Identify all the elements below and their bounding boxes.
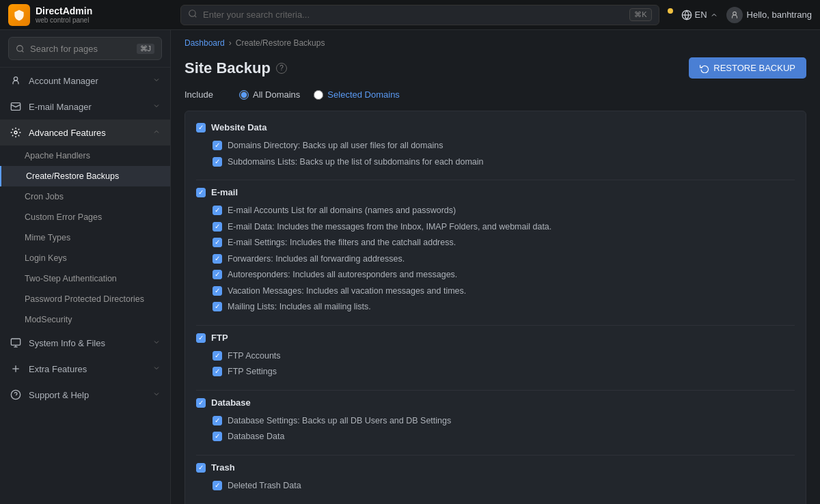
user-avatar-icon xyxy=(726,7,743,23)
autoresponders-label: Autoresponders: Includes all autorespond… xyxy=(228,269,457,281)
sidebar-item-custom-error-pages[interactable]: Custom Error Pages xyxy=(0,207,170,227)
extra-features-icon xyxy=(10,363,22,375)
svg-point-0 xyxy=(189,10,195,16)
email-label: E-mail xyxy=(211,187,238,197)
selected-domains-radio[interactable]: Selected Domains xyxy=(314,89,400,100)
sidebar-item-account-manager[interactable]: Account Manager xyxy=(0,68,170,94)
email-manager-icon xyxy=(10,100,22,113)
option-deleted-trash: Deleted Trash Data xyxy=(196,478,795,494)
vacation-messages-checkbox[interactable] xyxy=(213,286,222,296)
global-search-input[interactable] xyxy=(203,10,624,20)
user-greeting: Hello, banhtrang xyxy=(747,10,812,20)
breadcrumb-current: Create/Restore Backups xyxy=(236,38,325,48)
sidebar: Search for pages ⌘J Account Manager E-ma… xyxy=(0,30,171,504)
sidebar-item-email-manager[interactable]: E-mail Manager xyxy=(0,94,170,120)
breadcrumb-separator: › xyxy=(229,38,232,48)
option-subdomains-lists: Subdomains Lists: Backs up the list of s… xyxy=(196,154,795,171)
db-settings-checkbox[interactable] xyxy=(213,416,222,425)
globe-icon xyxy=(681,10,692,20)
option-db-data: Database Data xyxy=(196,429,795,445)
breadcrumb-home[interactable]: Dashboard xyxy=(184,38,225,48)
topbar-right: EN Hello, banhtrang xyxy=(668,7,812,23)
mailing-lists-label: Mailing Lists: Includes all mailing list… xyxy=(228,301,371,313)
sidebar-search-area: Search for pages ⌘J xyxy=(0,30,170,68)
svg-rect-10 xyxy=(11,339,20,345)
database-checkbox[interactable] xyxy=(196,398,206,408)
email-checkbox[interactable] xyxy=(196,188,206,197)
mailing-lists-checkbox[interactable] xyxy=(213,302,222,311)
email-data-label: E-mail Data: Includes the messages from … xyxy=(228,221,551,234)
user-info[interactable]: Hello, banhtrang xyxy=(726,7,812,23)
topbar: DirectAdmin web control panel ⌘K EN Hell… xyxy=(0,0,820,30)
svg-point-9 xyxy=(14,131,17,134)
sidebar-item-extra-features[interactable]: Extra Features xyxy=(0,356,170,382)
forwarders-checkbox[interactable] xyxy=(213,254,222,264)
ftp-settings-checkbox[interactable] xyxy=(213,367,222,376)
sidebar-item-modsecurity[interactable]: ModSecurity xyxy=(0,309,170,330)
svg-line-6 xyxy=(22,51,23,52)
autoresponders-checkbox[interactable] xyxy=(213,270,222,279)
email-settings-checkbox[interactable] xyxy=(213,238,222,247)
sidebar-item-support-help[interactable]: Support & Help xyxy=(0,382,170,408)
ftp-settings-label: FTP Settings xyxy=(228,366,277,378)
option-domains-directory: Domains Directory: Backs up all user fil… xyxy=(196,138,795,154)
sidebar-search-shortcut: ⌘J xyxy=(137,44,155,54)
backup-form: Include All Domains Selected Domains xyxy=(171,89,820,504)
sidebar-item-system-info[interactable]: System Info & Files xyxy=(0,330,170,356)
domains-dir-checkbox[interactable] xyxy=(213,141,222,150)
lang-label: EN xyxy=(695,10,707,20)
language-selector[interactable]: EN xyxy=(681,10,718,20)
restore-backup-button[interactable]: RESTORE BACKUP xyxy=(689,57,806,79)
website-data-label: Website Data xyxy=(211,122,266,132)
option-group-database: Database Database Settings: Backs up all… xyxy=(196,397,795,445)
advanced-features-label: Advanced Features xyxy=(29,128,146,138)
sidebar-item-apache-handlers[interactable]: Apache Handlers xyxy=(0,145,170,166)
breadcrumb: Dashboard › Create/Restore Backups xyxy=(171,30,820,52)
option-group-website-data: Website Data Domains Directory: Backs up… xyxy=(196,122,795,170)
vacation-messages-label: Vacation Messages: Includes all vacation… xyxy=(228,285,466,298)
search-icon xyxy=(188,9,197,20)
deleted-trash-checkbox[interactable] xyxy=(213,481,222,490)
search-shortcut-badge: ⌘K xyxy=(629,8,651,21)
sidebar-item-advanced-features[interactable]: Advanced Features xyxy=(0,120,170,145)
support-help-label: Support & Help xyxy=(29,390,146,400)
database-label: Database xyxy=(211,397,251,408)
svg-point-4 xyxy=(733,12,736,15)
sidebar-item-password-protected-dirs[interactable]: Password Protected Directories xyxy=(0,289,170,309)
option-email-settings: E-mail Settings: Includes the filters an… xyxy=(196,235,795,251)
email-data-checkbox[interactable] xyxy=(213,222,222,232)
sidebar-item-two-step-auth[interactable]: Two-Step Authentication xyxy=(0,268,170,289)
domain-radio-group: All Domains Selected Domains xyxy=(239,89,400,100)
sidebar-search-button[interactable]: Search for pages ⌘J xyxy=(8,37,162,60)
sidebar-search-label: Search for pages xyxy=(30,44,98,54)
trash-header: Trash xyxy=(196,462,795,473)
option-email-accounts-list: E-mail Accounts List for all domains (na… xyxy=(196,203,795,219)
extra-features-chevron xyxy=(152,364,161,374)
help-icon[interactable]: ? xyxy=(276,63,287,74)
backup-options-panel: Website Data Domains Directory: Backs up… xyxy=(184,111,806,504)
trash-label: Trash xyxy=(211,462,235,473)
sidebar-item-create-restore-backups[interactable]: Create/Restore Backups xyxy=(0,166,170,186)
advanced-features-chevron xyxy=(152,128,161,138)
option-email-data: E-mail Data: Includes the messages from … xyxy=(196,219,795,236)
all-domains-radio[interactable]: All Domains xyxy=(239,89,300,100)
website-data-checkbox[interactable] xyxy=(196,123,206,132)
trash-checkbox[interactable] xyxy=(196,463,206,473)
ftp-checkbox[interactable] xyxy=(196,333,206,343)
email-accounts-list-checkbox[interactable] xyxy=(213,206,222,215)
db-data-checkbox[interactable] xyxy=(213,432,222,441)
page-header: Site Backup ? RESTORE BACKUP xyxy=(171,52,820,89)
email-settings-label: E-mail Settings: Includes the filters an… xyxy=(228,237,456,249)
subdomains-lists-checkbox[interactable] xyxy=(213,157,222,167)
sidebar-item-login-keys[interactable]: Login Keys xyxy=(0,248,170,268)
notification-dot xyxy=(668,8,673,14)
ftp-accounts-checkbox[interactable] xyxy=(213,351,222,361)
global-search-bar[interactable]: ⌘K xyxy=(180,5,659,25)
sidebar-item-cron-jobs[interactable]: Cron Jobs xyxy=(0,186,170,207)
account-manager-chevron xyxy=(152,76,161,86)
divider-4 xyxy=(196,455,795,456)
email-header: E-mail xyxy=(196,187,795,197)
sidebar-item-mime-types[interactable]: Mime Types xyxy=(0,227,170,248)
support-help-icon xyxy=(10,389,22,401)
include-label: Include xyxy=(184,89,226,100)
